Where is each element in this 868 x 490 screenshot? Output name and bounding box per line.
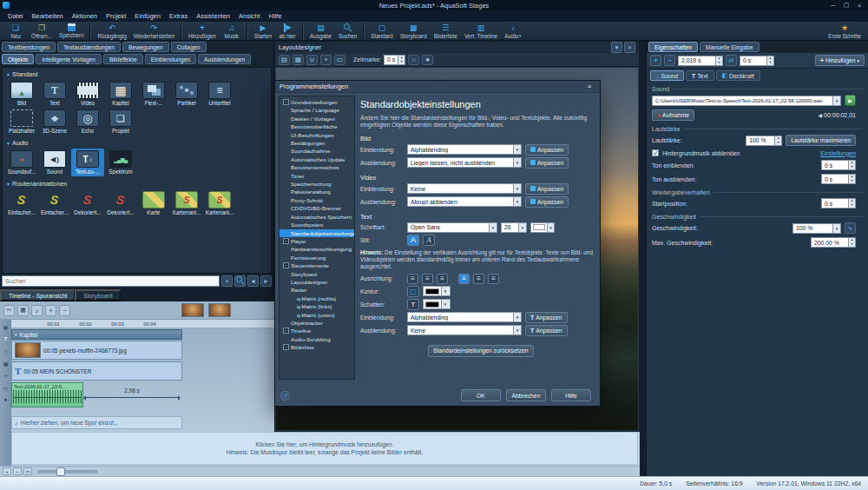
spinner-buttons[interactable] — [848, 161, 855, 169]
reset-defaults-button[interactable]: Standardeinstellungen zurücksetzen — [428, 345, 534, 357]
speed-curve-icon[interactable] — [845, 222, 856, 234]
toolbox-item[interactable]: Video — [71, 80, 104, 108]
toolbar-button[interactable]: Starten — [247, 23, 275, 40]
settings-tree-item[interactable]: Fernsteuerung — [279, 254, 354, 262]
align-top-button[interactable] — [458, 274, 470, 284]
clear-search-icon[interactable] — [221, 275, 233, 287]
settings-tree-item[interactable]: Layoutdesigner — [279, 278, 354, 286]
toolbox-item[interactable]: Einfacher... — [38, 189, 71, 217]
zoom-slider[interactable] — [37, 470, 98, 473]
toolbar-button[interactable]: Öffnen... — [28, 23, 56, 40]
search-icon[interactable] — [234, 275, 246, 287]
group-header-standard[interactable]: Standard — [3, 68, 271, 79]
minus-icon[interactable] — [664, 55, 675, 66]
settings-tree-item[interactable]: Sprache / Language — [279, 106, 354, 114]
kontur-color-select[interactable] — [423, 286, 450, 296]
menu-item[interactable]: Ansicht — [234, 12, 265, 20]
bold-style-button[interactable]: A — [407, 235, 419, 246]
time-icon[interactable] — [408, 55, 419, 65]
toolbox-tab[interactable]: Collagen — [171, 42, 207, 52]
settings-tree-item[interactable]: Bilderliste — [279, 343, 354, 351]
align-middle-button[interactable] — [473, 274, 484, 284]
schatten-color-select[interactable] — [423, 299, 450, 309]
toolbar-button[interactable]: Hinzufügen — [181, 23, 220, 40]
settings-tree-item[interactable]: Grundeinstellungen — [279, 98, 354, 106]
toolbox-item[interactable]: Sound — [38, 149, 71, 176]
spinner-buttons[interactable] — [848, 199, 855, 208]
spinner-buttons[interactable] — [774, 136, 781, 145]
maximize-volume-button[interactable]: Lautstärke maximieren — [786, 135, 856, 146]
sound-track-icon[interactable] — [2, 348, 10, 354]
chapter-track-icon[interactable] — [2, 360, 10, 367]
cut-icon[interactable] — [3, 305, 15, 316]
toolbox-tab[interactable]: Objekte — [2, 54, 34, 64]
object-duration-spinner[interactable]: 2,019 s — [678, 56, 723, 66]
toolbox-item[interactable]: Soundauf... — [5, 149, 38, 176]
panel-splitter[interactable] — [640, 41, 646, 476]
toolbar-button[interactable]: Vert. Timeline — [461, 23, 501, 40]
start-position-spinner[interactable]: 0 s — [821, 198, 856, 209]
toolbox-item[interactable]: Karte — [137, 189, 170, 217]
toolbox-item[interactable]: Untertitel — [203, 80, 236, 108]
toolbar-button[interactable]: Speichern — [56, 23, 87, 39]
prev-result-icon[interactable] — [247, 275, 259, 287]
bild-ausblendung-select[interactable]: Liegen lassen, nicht ausblenden — [407, 157, 522, 168]
add-track-icon[interactable] — [2, 372, 10, 379]
skip-to-start-icon[interactable] — [818, 112, 822, 118]
settings-tree-item[interactable]: Soundsystem — [279, 221, 354, 228]
text-einblendung-select[interactable]: Alphablending — [407, 312, 522, 322]
toolbar-button[interactable]: Audio+ — [501, 23, 525, 40]
settings-tree-item[interactable]: Steuerelemente — [279, 262, 354, 269]
settings-tree-item[interactable]: q-Matrix (unten) — [279, 311, 354, 319]
spinner-buttons[interactable] — [398, 56, 404, 64]
toolbox-item[interactable]: 3D-Szene — [38, 108, 71, 136]
anpassen-button[interactable]: Anpassen — [525, 196, 569, 208]
anpassen-button[interactable]: Anpassen — [525, 312, 568, 323]
toolbox-item[interactable]: Spektrum — [104, 149, 137, 176]
settings-tree-item[interactable]: Timer — [279, 172, 354, 180]
toolbox-item[interactable]: Echo — [71, 108, 104, 136]
dialog-close-icon[interactable]: × — [583, 83, 595, 90]
video-ausblendung-select[interactable]: Abrupt abblenden — [407, 196, 522, 207]
ok-button[interactable]: OK — [461, 389, 501, 401]
einstellungen-link[interactable]: Einstellungen — [820, 150, 856, 156]
cancel-button[interactable]: Abbrechen — [506, 389, 546, 401]
zoom-in-icon[interactable] — [45, 305, 56, 316]
fade-in-spinner[interactable]: 0 s — [821, 160, 856, 170]
spinner-buttons[interactable] — [848, 175, 855, 183]
video-einblendung-select[interactable]: Keine — [407, 183, 522, 194]
italic-style-button[interactable]: A — [423, 235, 435, 246]
settings-tree-item[interactable]: Bestätigungen — [279, 139, 354, 147]
properties-tab[interactable]: Manuelle Eingabe — [700, 42, 759, 52]
new-track-dropzone[interactable]: Hierher ziehen, um neue Spur einzuf... — [11, 416, 182, 429]
monitor-icon[interactable] — [279, 55, 290, 65]
magnet-icon[interactable] — [306, 55, 318, 65]
toolbox-item[interactable]: Platzhalter — [5, 108, 38, 136]
settings-tree-item[interactable]: Speichernutzung — [279, 180, 354, 188]
toolbar-button[interactable]: Musik — [220, 23, 244, 40]
plus-icon[interactable] — [650, 55, 661, 66]
group-header-routenanimationen[interactable]: Routenanimationen — [3, 177, 271, 189]
settings-tree-item[interactable]: Soundaufnahme — [279, 147, 354, 155]
menu-item[interactable]: Aktionen — [68, 12, 102, 20]
panel-close-icon[interactable] — [624, 42, 635, 53]
align-right-button[interactable] — [437, 274, 448, 284]
text-track-icon[interactable] — [2, 335, 10, 342]
toolbox-item[interactable]: Flexi-... — [137, 80, 170, 108]
fade-out-spinner[interactable]: 0 s — [821, 174, 856, 184]
spinner-buttons[interactable] — [715, 56, 722, 65]
zoom-in-icon[interactable] — [3, 467, 11, 475]
toolbox-item[interactable]: Bild — [5, 80, 38, 108]
toolbox-tab[interactable]: Intelligente Vorlagen — [36, 54, 102, 64]
settings-tree-item[interactable]: Timeline — [279, 327, 354, 334]
properties-subtab[interactable]: Text — [686, 70, 714, 81]
volume-spinner[interactable]: 100 % — [746, 136, 782, 146]
toolbar-button[interactable]: Ausgabe — [302, 23, 335, 40]
hintergrundmusik-checkbox[interactable] — [652, 149, 659, 156]
settings-tree-item[interactable]: Raster — [279, 286, 354, 294]
toolbar-button[interactable]: Wiederherstellen — [130, 23, 178, 40]
text-ausblendung-select[interactable]: Keine — [407, 325, 522, 335]
font-select[interactable]: Open Sans — [407, 222, 497, 233]
toolbox-tab[interactable]: Textausblendungen — [57, 42, 121, 52]
toolbar-button[interactable]: Suchen — [335, 23, 360, 40]
